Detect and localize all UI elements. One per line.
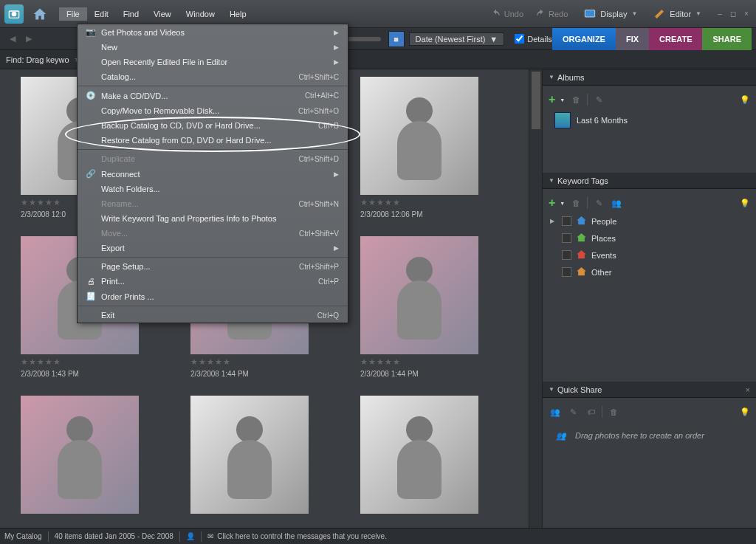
menu-item-label: Open Recently Edited File in Editor	[101, 58, 334, 66]
tag-checkbox[interactable]	[562, 250, 571, 260]
svg-rect-2	[585, 10, 595, 16]
bulb-icon[interactable]: 💡	[740, 95, 750, 105]
add-album-icon[interactable]: +	[549, 93, 555, 106]
menu-item-watch-folders[interactable]: Watch Folders...	[78, 182, 348, 196]
albums-header[interactable]: ▼Albums	[543, 69, 756, 86]
menu-view[interactable]: View	[146, 7, 179, 21]
sort-dropdown[interactable]: Date (Newest First)▼	[409, 32, 505, 46]
photo-card[interactable]	[21, 396, 139, 514]
file-menu-dropdown: 📷Get Photos and Videos▶New▶Open Recently…	[77, 24, 348, 323]
mail-icon[interactable]: ✉	[207, 532, 213, 540]
menu-item-export[interactable]: Export▶	[78, 241, 348, 255]
menu-item-open-recently-edited-file-in-editor[interactable]: Open Recently Edited File in Editor▶	[78, 55, 348, 69]
submenu-arrow-icon: ▶	[334, 171, 339, 178]
bulb-icon[interactable]: 💡	[740, 199, 750, 208]
menu-item-copy-move-to-removable-disk[interactable]: Copy/Move to Removable Disk...Ctrl+Shift…	[78, 103, 348, 118]
menu-item-reconnect[interactable]: 🔗Reconnect▶	[78, 166, 348, 182]
tab-create[interactable]: CREATE	[649, 28, 702, 50]
tag-icon[interactable]: 🏷	[584, 405, 597, 419]
tag-row-events[interactable]: Events	[547, 247, 752, 264]
tab-share[interactable]: SHARE	[702, 28, 752, 50]
menu-item-label: Rename...	[101, 199, 299, 208]
redo-button[interactable]: Redo	[535, 9, 568, 19]
grid-scrollbar[interactable]	[529, 69, 542, 528]
menu-item-make-a-cd-dvd[interactable]: 💿Make a CD/DVD...Ctrl+Alt+C	[78, 88, 348, 103]
tag-checkbox[interactable]	[562, 216, 571, 226]
tag-row-other[interactable]: Other	[547, 264, 752, 280]
menu-item-get-photos-and-videos[interactable]: 📷Get Photos and Videos▶	[78, 24, 348, 40]
tag-row-places[interactable]: Places	[547, 230, 752, 247]
tag-row-people[interactable]: ▶People	[547, 213, 752, 230]
menu-item-print[interactable]: 🖨Print...Ctrl+P	[78, 274, 348, 289]
tab-fix[interactable]: FIX	[616, 28, 649, 50]
people-icon: 👥	[554, 429, 568, 442]
add-tag-icon[interactable]: +	[549, 196, 555, 210]
view-large-icon[interactable]: ■	[388, 31, 405, 47]
bulb-icon[interactable]: 💡	[740, 407, 750, 417]
shortcut-label: Ctrl+Shift+C	[299, 73, 339, 81]
menu-item-label: Restore Catalog from CD, DVD or Hard Dri…	[101, 136, 339, 145]
details-checkbox[interactable]	[515, 34, 524, 44]
close-icon[interactable]: ×	[746, 385, 750, 394]
photo-card[interactable]	[360, 396, 478, 514]
tag-icon	[576, 266, 587, 278]
photo-card[interactable]: ★★★★★2/3/2008 1:44 PM	[360, 236, 478, 378]
quickshare-header[interactable]: ▼Quick Share×	[543, 382, 756, 398]
menu-item-duplicate: DuplicateCtrl+Shift+D	[78, 151, 348, 166]
shortcut-label: Ctrl+Shift+D	[299, 155, 339, 163]
people-icon[interactable]: 👥	[549, 405, 562, 419]
shortcut-label: Ctrl+Alt+C	[305, 92, 339, 100]
menu-item-new[interactable]: New▶	[78, 40, 348, 55]
status-bar: My Catalog 40 items dated Jan 2005 - Dec…	[0, 528, 756, 544]
sidebar: ▼Albums +▼ 🗑 ✎ 💡 Last 6 Months ▼Keyword …	[542, 69, 756, 528]
submenu-arrow-icon: ▶	[334, 244, 339, 252]
tab-organize[interactable]: ORGANIZE	[552, 28, 616, 50]
undo-button[interactable]: Undo	[491, 9, 523, 19]
menu-item-restore-catalog-from-cd-dvd-or-hard-drive[interactable]: Restore Catalog from CD, DVD or Hard Dri…	[78, 133, 348, 148]
maximize-icon[interactable]: ◻	[728, 9, 738, 19]
menu-help[interactable]: Help	[222, 7, 254, 21]
edit-icon[interactable]: ✎	[592, 196, 605, 210]
home-icon[interactable]	[31, 5, 49, 23]
tag-checkbox[interactable]	[562, 233, 571, 243]
menu-item-order-prints[interactable]: 🧾Order Prints ...	[78, 289, 348, 304]
edit-icon[interactable]: ✎	[592, 93, 605, 106]
photo-card[interactable]: ★★★★★2/3/2008 12:06 PM	[360, 77, 478, 218]
tag-checkbox[interactable]	[562, 267, 571, 277]
edit-icon[interactable]: ✎	[566, 405, 580, 419]
expand-icon[interactable]: ▶	[550, 218, 557, 224]
menu-window[interactable]: Window	[179, 7, 222, 21]
menu-item-label: Copy/Move to Removable Disk...	[101, 106, 298, 115]
forward-icon[interactable]: ▶	[21, 31, 37, 47]
photo-card[interactable]	[190, 396, 309, 514]
back-icon[interactable]: ◀	[4, 31, 21, 47]
trash-icon[interactable]: 🗑	[569, 93, 583, 106]
tag-label: Other	[591, 268, 612, 277]
camera-icon: 📷	[83, 27, 98, 37]
menu-item-label: Watch Folders...	[101, 185, 339, 193]
display-button[interactable]: Display▼	[578, 7, 643, 21]
trash-icon[interactable]: 🗑	[607, 405, 620, 419]
menu-item-page-setup[interactable]: Page Setup...Ctrl+Shift+P	[78, 259, 348, 274]
album-item[interactable]: Last 6 Months	[547, 109, 752, 131]
status-icon[interactable]: 👤	[186, 532, 195, 540]
editor-button[interactable]: Editor▼	[647, 6, 707, 22]
menu-item-exit[interactable]: ExitCtrl+Q	[78, 308, 348, 323]
menu-edit[interactable]: Edit	[87, 7, 116, 21]
keywords-header[interactable]: ▼Keyword Tags	[543, 173, 756, 189]
menu-file[interactable]: File	[59, 7, 87, 21]
shortcut-label: Ctrl+Q	[317, 311, 339, 320]
tag-icon	[576, 215, 587, 227]
people-icon[interactable]: 👥	[610, 196, 623, 210]
minimize-icon[interactable]: –	[715, 9, 725, 19]
shortcut-label: Ctrl+P	[318, 278, 339, 286]
status-message[interactable]: Click here to control the messages that …	[217, 532, 387, 540]
close-icon[interactable]: ×	[741, 9, 752, 19]
menu-item-catalog[interactable]: Catalog...Ctrl+Shift+C	[78, 69, 348, 84]
menu-item-write-keyword-tag-and-properties-info-to-photos[interactable]: Write Keyword Tag and Properties Info to…	[78, 211, 348, 226]
tag-icon	[576, 232, 587, 244]
trash-icon[interactable]: 🗑	[569, 196, 583, 210]
menu-item-label: Get Photos and Videos	[101, 28, 334, 37]
menu-item-backup-catalog-to-cd-dvd-or-hard-drive[interactable]: Backup Catalog to CD, DVD or Hard Drive.…	[78, 118, 348, 133]
menu-find[interactable]: Find	[116, 7, 146, 21]
